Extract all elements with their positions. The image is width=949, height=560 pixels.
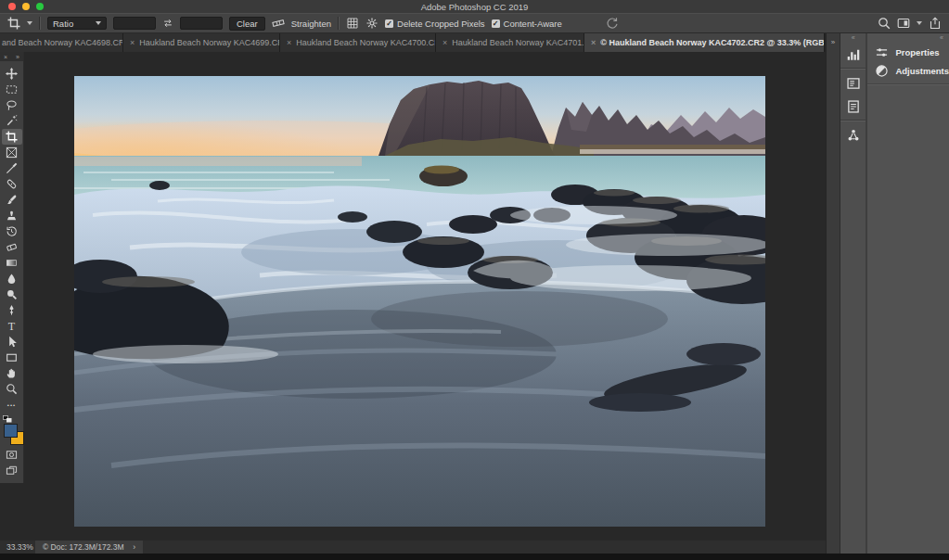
info-panel-button[interactable] [840, 71, 866, 95]
pen-icon [6, 304, 18, 316]
dock-collapse-handle[interactable]: « [840, 33, 866, 43]
histogram-icon [846, 47, 861, 62]
clone-stamp-icon [6, 210, 18, 222]
close-tab-icon[interactable]: × [591, 38, 596, 47]
info-panel-icon [846, 76, 861, 91]
chevron-down-icon [96, 21, 101, 25]
content-aware-label: Content-Aware [504, 19, 562, 29]
aspect-ratio-select[interactable]: Ratio [47, 17, 107, 30]
frame-tool[interactable] [2, 145, 22, 160]
hand-icon [6, 367, 18, 379]
history-brush-icon [6, 225, 18, 237]
clear-button[interactable]: Clear [229, 17, 265, 31]
magic-wand-tool[interactable] [2, 113, 22, 129]
rectangular-marquee-tool[interactable] [2, 82, 22, 97]
properties-panel-button[interactable]: Properties [867, 43, 949, 61]
straighten-label[interactable]: Straighten [291, 19, 331, 29]
swap-width-height-icon[interactable] [162, 18, 173, 29]
type-icon [6, 320, 18, 332]
doc-info: © Doc: 172.3M/172.3M [43, 542, 124, 552]
notes-panel-button[interactable] [840, 95, 866, 118]
foreground-color-swatch[interactable] [4, 424, 18, 438]
close-window-button[interactable] [8, 3, 16, 10]
reset-tool-icon[interactable] [606, 17, 619, 30]
eyedropper-icon [6, 162, 18, 174]
options-bar: Ratio Clear Straighten ✓ Delete Cropped … [0, 13, 949, 33]
close-tab-icon[interactable]: × [287, 38, 291, 47]
clone-stamp-tool[interactable] [2, 208, 22, 223]
crop-height-field[interactable] [180, 17, 223, 30]
tab-kac4698[interactable]: and Beach Norway KAC4698.CR2 [0, 33, 123, 52]
dodge-tool[interactable] [2, 286, 22, 302]
panel-dock: « Properties Adjustments [866, 33, 949, 554]
libraries-panel-button[interactable] [840, 123, 866, 146]
tab-kac4701[interactable]: × Haukland Beach Norway KAC4701.CR2 [436, 33, 584, 52]
screen-mode-button[interactable] [2, 463, 22, 478]
type-tool[interactable] [2, 318, 22, 334]
crop-settings-gear-icon[interactable] [365, 17, 378, 30]
hand-tool[interactable] [2, 365, 22, 381]
expand-dock-icon[interactable]: » [831, 38, 835, 46]
close-tab-icon[interactable]: × [442, 38, 447, 47]
canvas[interactable]: × » [0, 52, 826, 541]
workspace-chevron-icon[interactable] [917, 21, 922, 25]
chevron-right-icon[interactable]: › [133, 542, 135, 552]
more-tools-button[interactable]: ••• [2, 397, 22, 413]
share-icon[interactable] [929, 17, 942, 30]
eraser-icon [6, 241, 18, 253]
frame-icon [6, 146, 18, 159]
search-icon[interactable] [878, 17, 891, 30]
document-size-indicator[interactable]: © Doc: 172.3M/172.3M › [35, 541, 143, 554]
crop-width-field[interactable] [113, 17, 156, 30]
crop-tool-selected[interactable] [2, 129, 22, 145]
crop-tool-icon[interactable] [7, 17, 20, 30]
straighten-level-icon[interactable] [272, 17, 285, 30]
zoom-level[interactable]: 33.33% [0, 542, 35, 552]
zoom-window-button[interactable] [36, 3, 44, 10]
panel-collapse-handle[interactable]: « [867, 33, 949, 43]
tab-kac4700[interactable]: × Haukland Beach Norway KAC4700.CR2 [280, 33, 436, 52]
blur-tool[interactable] [2, 271, 22, 286]
collapse-icon[interactable]: » [16, 54, 19, 60]
zoom-tool[interactable] [2, 381, 22, 397]
tools-panel-header: × » [0, 52, 23, 61]
tab-label: Haukland Beach Norway KAC4699.CR2 [139, 38, 280, 47]
minimize-window-button[interactable] [22, 3, 30, 10]
dock-expand-strip[interactable]: » [826, 33, 840, 554]
document-image-haukland-beach[interactable] [74, 76, 765, 527]
gradient-icon [6, 257, 18, 269]
crop-preset-chevron-icon[interactable] [27, 21, 32, 25]
crop-overlay-grid-icon[interactable] [346, 17, 359, 30]
delete-cropped-pixels-checkbox[interactable]: ✓ Delete Cropped Pixels [385, 19, 485, 29]
content-aware-checkbox[interactable]: ✓ Content-Aware [492, 19, 562, 29]
close-icon[interactable]: × [4, 54, 7, 60]
separator [39, 17, 41, 30]
properties-label: Properties [895, 47, 939, 57]
quick-mask-button[interactable] [2, 447, 22, 463]
default-colors-icon[interactable] [3, 415, 12, 423]
marquee-icon [6, 83, 18, 95]
tools-panel: × » [0, 52, 24, 483]
traffic-lights [8, 3, 44, 10]
brush-tool[interactable] [2, 192, 22, 208]
histogram-panel-button[interactable] [840, 43, 866, 66]
rectangle-tool[interactable] [2, 350, 22, 365]
eyedropper-tool[interactable] [2, 160, 22, 176]
adjustments-panel-button[interactable]: Adjustments [867, 61, 949, 80]
close-tab-icon[interactable]: × [130, 38, 135, 47]
tab-kac4702-active[interactable]: × © Haukland Beach Norway KAC4702.CR2 @ … [584, 33, 825, 52]
workspace-switcher-icon[interactable] [897, 17, 910, 30]
tab-label: Haukland Beach Norway KAC4701.CR2 [452, 38, 584, 47]
eraser-tool[interactable] [2, 239, 22, 255]
history-brush-tool[interactable] [2, 223, 22, 239]
status-bar: 33.33% © Doc: 172.3M/172.3M › [0, 541, 826, 554]
gradient-tool[interactable] [2, 255, 22, 271]
path-selection-tool[interactable] [2, 334, 22, 350]
lasso-tool[interactable] [2, 97, 22, 113]
checkbox-check-icon: ✓ [385, 19, 393, 28]
zoom-icon [6, 383, 18, 395]
pen-tool[interactable] [2, 302, 22, 318]
move-tool[interactable] [2, 66, 22, 82]
tab-kac4699[interactable]: × Haukland Beach Norway KAC4699.CR2 [123, 33, 280, 52]
spot-healing-brush-tool[interactable] [2, 176, 22, 192]
